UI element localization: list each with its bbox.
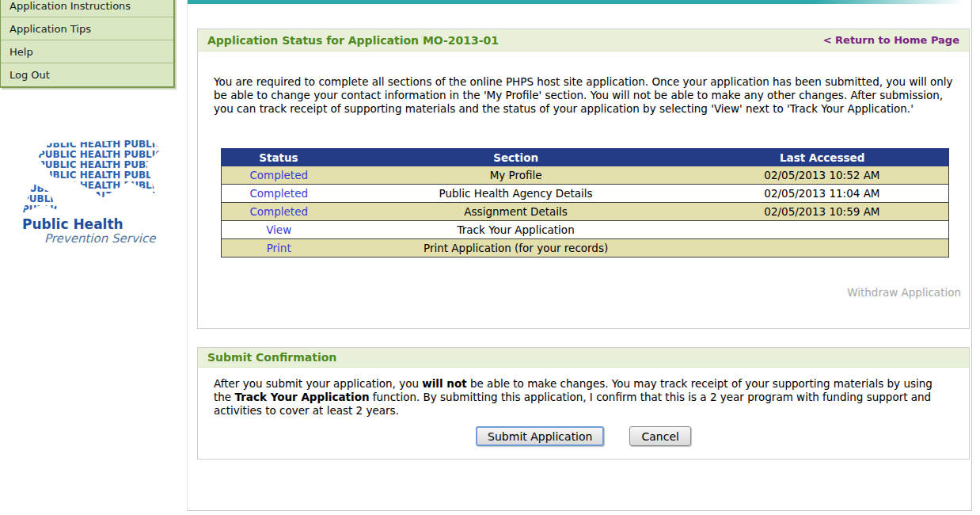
submit-confirmation-panel: Submit Confirmation After you submit you… xyxy=(197,347,970,460)
last-accessed-cell xyxy=(696,239,949,258)
cancel-button[interactable]: Cancel xyxy=(629,426,690,446)
page-title: Application Status for Application MO-20… xyxy=(207,34,499,47)
alaska-map-text-shape: PUBLIC HEALTH PUBLIC HEALTH PUBLIC PUBLI… xyxy=(22,184,59,214)
top-accent-bar xyxy=(188,0,971,4)
us-map-logo: PUBLIC HEALTH PUBLIC HEALTH PUBLIC PUBLI… xyxy=(22,139,161,214)
intro-text: You are required to complete all section… xyxy=(214,75,953,116)
sidebar-item-application-tips[interactable]: Application Tips xyxy=(1,17,173,40)
confirmation-text-bold: will not xyxy=(422,377,466,390)
table-row: Completed Assignment Details 02/05/2013 … xyxy=(222,203,949,221)
table-row: Completed My Profile 02/05/2013 10:52 AM xyxy=(222,166,949,185)
withdraw-application-link[interactable]: Withdraw Application xyxy=(847,286,961,299)
section-cell: Print Application (for your records) xyxy=(336,239,695,258)
sidebar-menu: Application Instructions Application Tip… xyxy=(0,0,175,88)
status-panel-header: Application Status for Application MO-20… xyxy=(198,29,969,52)
sidebar-item-help[interactable]: Help xyxy=(1,40,173,63)
return-home-link[interactable]: < Return to Home Page xyxy=(823,34,959,46)
confirmation-text-bold: Track Your Application xyxy=(234,391,369,403)
section-cell: Assignment Details xyxy=(336,203,695,221)
view-link-track-application[interactable]: View xyxy=(266,223,291,236)
application-status-panel: Application Status for Application MO-20… xyxy=(197,29,970,329)
confirmation-text-part: After you submit your application, you xyxy=(214,377,422,390)
last-accessed-cell: 02/05/2013 11:04 AM xyxy=(696,185,949,203)
submit-panel-header: Submit Confirmation xyxy=(198,348,969,368)
last-accessed-cell xyxy=(696,221,949,239)
button-row: Submit Application Cancel xyxy=(198,426,969,446)
status-link-assignment-details[interactable]: Completed xyxy=(249,205,308,218)
column-header-last-accessed: Last Accessed xyxy=(696,149,949,166)
table-row: Print Print Application (for your record… xyxy=(222,239,949,258)
section-cell: Track Your Application xyxy=(336,221,695,239)
map-text-line: PUBLIC HEALTH PUBLIC HEALTH PUBLIC xyxy=(22,204,59,214)
table-header-row: Status Section Last Accessed xyxy=(222,149,949,166)
map-text-line: PUBLIC HEALTH PUBLIC HEALTH PUBLIC xyxy=(38,191,161,201)
us-map-text-shape: PUBLIC HEALTH PUBLIC HEALTH PUBLIC PUBLI… xyxy=(38,139,161,201)
last-accessed-cell: 02/05/2013 10:59 AM xyxy=(696,203,949,221)
table-row: View Track Your Application xyxy=(222,221,949,239)
submit-confirmation-title: Submit Confirmation xyxy=(207,351,336,364)
table-row: Completed Public Health Agency Details 0… xyxy=(222,185,949,203)
logo-tagline: Prevention Service xyxy=(44,231,169,246)
phps-logo: PUBLIC HEALTH PUBLIC HEALTH PUBLIC PUBLI… xyxy=(22,139,169,246)
section-cell: Public Health Agency Details xyxy=(336,185,695,203)
main-content: Application Status for Application MO-20… xyxy=(187,0,972,511)
confirmation-text: After you submit your application, you w… xyxy=(214,377,953,418)
status-link-agency-details[interactable]: Completed xyxy=(249,187,308,200)
section-cell: My Profile xyxy=(336,166,695,185)
column-header-section: Section xyxy=(336,149,695,166)
last-accessed-cell: 02/05/2013 10:52 AM xyxy=(696,166,949,185)
status-table: Status Section Last Accessed Completed M… xyxy=(221,148,949,258)
sidebar: Application Instructions Application Tip… xyxy=(0,0,175,88)
status-link-my-profile[interactable]: Completed xyxy=(249,169,308,181)
print-link-print-application[interactable]: Print xyxy=(267,242,291,254)
sidebar-item-application-instructions[interactable]: Application Instructions xyxy=(1,0,173,17)
sidebar-item-log-out[interactable]: Log Out xyxy=(1,63,173,86)
logo-name: Public Health xyxy=(22,216,169,232)
column-header-status: Status xyxy=(222,149,336,166)
submit-application-button[interactable]: Submit Application xyxy=(476,426,604,446)
